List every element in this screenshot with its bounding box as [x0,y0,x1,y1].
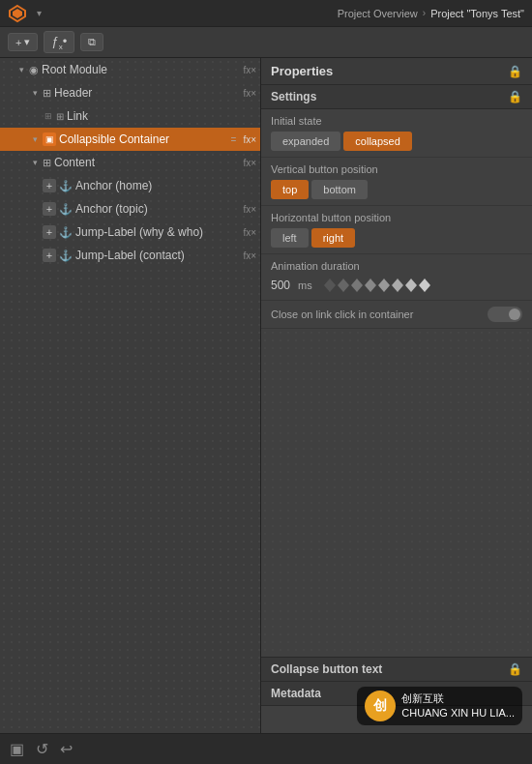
right-button[interactable]: right [311,228,355,248]
svg-marker-9 [405,279,417,292]
copy-button[interactable]: ⧉ [80,33,103,51]
collapse-button-lock-icon[interactable]: 🔒 [508,662,522,676]
horizontal-position-row: Horizontal button position left right [261,206,532,254]
breadcrumb-separator: › [423,8,426,18]
collapsed-button[interactable]: collapsed [343,132,411,151]
app-menu-arrow: ▾ [37,8,42,18]
toggle-switch-knob [509,309,520,320]
tree-item-header[interactable]: ▾ ⊞ Header fx× [0,81,260,104]
properties-panel: Properties 🔒 Settings 🔒 Initial state ex… [261,58,532,733]
expanded-button[interactable]: expanded [271,132,340,151]
add-dropdown-arrow: ▾ [24,36,30,48]
properties-spacer-area [261,329,532,658]
anchor-topic-plus-btn[interactable]: + [43,202,56,216]
tree-label-collapsible-container: Collapsible Container [59,132,231,146]
animation-value: 500 [271,279,290,292]
tree-label-jump-contact: Jump-Label (contact) [75,249,239,262]
main-toolbar: + ▾ ƒx• ⧉ [0,27,532,58]
fx-button[interactable]: ƒx• [44,31,74,54]
header-fx-indicator: fx× [243,88,256,99]
tree-item-anchor-home[interactable]: + ⚓ Anchor (home) [0,174,260,197]
tree-item-link[interactable]: ⊞ ⊞ Link [0,104,260,128]
tree-label-anchor-home: Anchor (home) [75,179,256,192]
tree-item-root-module[interactable]: ▾ ◉ Root Module fx× [0,58,260,81]
tree-item-collapsible-container[interactable]: ▾ ▣ Collapsible Container = fx× [0,128,260,151]
tree-item-content[interactable]: ▾ ⊞ Content fx× [0,151,260,174]
settings-title: Settings [271,90,316,103]
settings-lock-icon[interactable]: 🔒 [508,90,522,103]
jump-contact-fx-indicator: fx× [243,250,256,261]
tree-label-jump-why: Jump-Label (why & who) [75,225,239,239]
horizontal-position-label: Horizontal button position [271,212,522,223]
properties-header: Properties 🔒 [261,58,532,85]
animation-speed-icons [324,277,450,294]
settings-section-header: Settings 🔒 [261,85,532,109]
properties-lock-icon[interactable]: 🔒 [508,65,522,78]
status-grid-icon[interactable]: ▣ [10,740,24,758]
metadata-label: Metadata [271,687,321,700]
jump-why-fx-indicator: fx× [243,227,256,238]
horizontal-position-btn-group: left right [271,228,522,248]
jump-contact-plus-btn[interactable]: + [43,249,56,262]
close-on-click-label: Close on link click in container [271,309,413,320]
root-module-icon: ◉ [29,64,39,76]
svg-marker-10 [419,279,430,292]
tree-label-link: Link [67,109,256,123]
tree-item-jump-label-why[interactable]: + ⚓ Jump-Label (why & who) fx× [0,220,260,244]
fx-icon: ƒx• [51,34,67,51]
animation-duration-row: Animation duration 500 ms [261,254,532,301]
collapsible-container-icon: ▣ [43,132,56,146]
link-icon: ⊞ [56,111,64,122]
initial-state-btn-group: expanded collapsed [271,132,522,151]
top-button[interactable]: top [271,180,309,199]
status-bar: ▣ ↺ ↩ [0,733,532,764]
initial-state-row: Initial state expanded collapsed [261,109,532,158]
expand-icon-link: ⊞ [43,110,54,122]
animation-duration-label: Animation duration [271,260,522,272]
svg-marker-7 [378,279,390,292]
initial-state-label: Initial state [271,115,522,127]
copy-icon: ⧉ [88,36,96,48]
app-logo-icon [8,4,27,23]
vertical-position-btn-group: top bottom [271,180,522,199]
svg-marker-1 [13,9,22,18]
properties-title: Properties [271,64,333,78]
root-fx-indicator: fx× [243,65,256,75]
tree-label-content: Content [54,156,239,169]
status-back-icon[interactable]: ↩ [60,740,73,758]
close-on-click-toggle[interactable] [488,307,522,322]
top-nav-bar: ▾ Project Overview › Project "Tonys Test… [0,0,532,27]
animation-controls: 500 ms [271,277,522,294]
vertical-position-label: Vertical button position [271,163,522,175]
breadcrumb-project-overview[interactable]: Project Overview [338,8,418,19]
tree-item-jump-label-contact[interactable]: + ⚓ Jump-Label (contact) fx× [0,244,260,267]
status-undo-icon[interactable]: ↺ [36,740,48,758]
header-icon: ⊞ [43,87,51,100]
expand-icon-content: ▾ [29,157,41,168]
left-button[interactable]: left [271,228,309,248]
add-button[interactable]: + ▾ [8,33,38,51]
collapsible-fx-indicator: fx× [243,134,256,145]
collapsible-eq-icon: = [231,134,237,145]
anchor-home-icon: ⚓ [59,180,73,192]
svg-marker-6 [365,279,376,292]
jump-why-icon: ⚓ [59,226,73,239]
anchor-home-plus-btn[interactable]: + [43,179,56,192]
main-layout: ▾ ◉ Root Module fx× ▾ ⊞ Header fx× ⊞ ⊞ L… [0,58,532,733]
expand-icon-collapsible: ▾ [29,133,41,145]
content-fx-indicator: fx× [243,158,256,168]
breadcrumb-current-project[interactable]: Project "Tonys Test" [430,8,524,19]
tree-label-anchor-topic: Anchor (topic) [75,202,239,216]
svg-marker-4 [338,279,349,292]
expand-icon-root: ▾ [15,64,27,75]
add-icon: + [15,37,21,48]
bottom-button[interactable]: bottom [311,180,368,199]
tree-item-anchor-topic[interactable]: + ⚓ Anchor (topic) fx× [0,197,260,220]
content-icon: ⊞ [43,157,51,169]
vertical-position-row: Vertical button position top bottom [261,158,532,206]
tree-label-header: Header [54,86,239,100]
svg-marker-5 [351,279,363,292]
svg-marker-3 [324,279,336,292]
jump-why-plus-btn[interactable]: + [43,225,56,239]
expand-icon-header: ▾ [29,87,41,99]
